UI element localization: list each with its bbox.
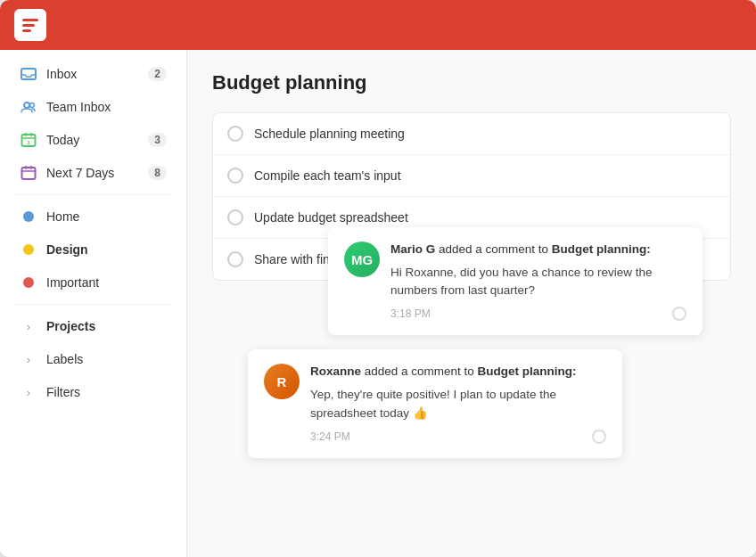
sidebar-item-filters[interactable]: › Filters (5, 376, 181, 408)
app-header (0, 0, 756, 50)
task-checkbox-1[interactable] (227, 126, 243, 142)
today-icon: 3 (20, 131, 37, 149)
notification-action-1: added a comment to (439, 242, 552, 256)
svg-rect-0 (21, 69, 36, 79)
task-checkbox-3[interactable] (227, 209, 243, 225)
notification-body-2: Yep, they're quite positive! I plan to u… (310, 386, 606, 422)
notification-content-1: Mario G added a comment to Budget planni… (390, 242, 686, 321)
svg-point-1 (24, 102, 29, 108)
notification-body-1: Hi Roxanne, did you have a chance to rev… (390, 264, 686, 300)
next7-label: Next 7 Days (46, 166, 139, 180)
important-dot-icon (20, 274, 37, 291)
notification-footer-2: 3:24 PM (310, 430, 606, 444)
team-inbox-label: Team Inbox (46, 100, 167, 114)
filters-chevron-icon: › (20, 383, 37, 401)
avatar-mario: MG (344, 242, 380, 277)
design-label: Design (46, 242, 167, 257)
notification-footer-1: 3:18 PM (390, 307, 686, 321)
design-dot-icon (20, 241, 37, 258)
next7-badge: 8 (148, 166, 167, 180)
task-checkbox-4[interactable] (227, 251, 243, 267)
sidebar-item-home[interactable]: Home (5, 201, 181, 233)
sidebar-item-inbox[interactable]: Inbox 2 (5, 58, 181, 90)
svg-point-2 (30, 103, 35, 108)
home-label: Home (46, 209, 167, 224)
sidebar-item-team-inbox[interactable]: Team Inbox (5, 91, 181, 123)
sidebar-item-projects[interactable]: › Projects (5, 310, 181, 342)
sidebar-item-important[interactable]: Important (5, 266, 181, 299)
inbox-icon (20, 65, 37, 83)
app-body: Inbox 2 Team Inbox (0, 50, 756, 557)
filters-label: Filters (46, 385, 167, 399)
notification-user-2: Roxanne (310, 365, 361, 378)
labels-label: Labels (46, 352, 167, 366)
inbox-label: Inbox (46, 67, 139, 81)
labels-chevron-icon: › (20, 350, 37, 368)
sidebar-item-today[interactable]: 3 Today 3 (5, 124, 181, 156)
notification-title-2: Roxanne added a comment to Budget planni… (310, 364, 606, 381)
today-label: Today (46, 133, 139, 147)
today-badge: 3 (148, 133, 167, 147)
team-inbox-icon (20, 98, 37, 116)
svg-rect-5 (22, 168, 36, 179)
notification-header-2: R Roxanne added a comment to Budget plan… (264, 364, 606, 443)
task-label-1: Schedule planning meeting (254, 127, 405, 141)
notification-time-1: 3:18 PM (390, 307, 431, 320)
sidebar-item-labels[interactable]: › Labels (5, 343, 181, 375)
notification-action-2: added a comment to (365, 365, 478, 378)
sidebar: Inbox 2 Team Inbox (0, 50, 187, 557)
home-dot-icon (20, 208, 37, 225)
sidebar-divider-1 (14, 194, 172, 195)
sidebar-item-design[interactable]: Design (5, 233, 181, 266)
task-label-2: Compile each team's input (254, 168, 401, 183)
notification-card-1: MG Mario G added a comment to Budget pla… (328, 227, 703, 335)
notification-target-1: Budget planning: (552, 242, 651, 256)
notification-circle-2[interactable] (592, 430, 606, 444)
projects-chevron-icon: › (20, 317, 37, 335)
notification-card-2: R Roxanne added a comment to Budget plan… (248, 349, 622, 457)
important-label: Important (46, 275, 167, 290)
task-checkbox-2[interactable] (227, 168, 243, 184)
task-label-3: Update budget spreadsheet (254, 210, 408, 225)
sidebar-item-next7days[interactable]: Next 7 Days 8 (5, 157, 181, 189)
svg-text:3: 3 (27, 140, 30, 145)
main-content: Budget planning Schedule planning meetin… (187, 50, 756, 557)
logo-icon (14, 9, 46, 41)
task-item: Compile each team's input (213, 155, 730, 197)
page-title: Budget planning (212, 71, 731, 94)
notification-title-1: Mario G added a comment to Budget planni… (390, 242, 686, 258)
sidebar-divider-2 (14, 304, 172, 305)
projects-label: Projects (46, 319, 167, 333)
notification-time-2: 3:24 PM (310, 430, 350, 443)
notification-circle-1[interactable] (672, 307, 686, 321)
task-item: Schedule planning meeting (213, 113, 730, 155)
app-window: Inbox 2 Team Inbox (0, 0, 756, 557)
notification-target-2: Budget planning: (478, 365, 577, 378)
notification-header-1: MG Mario G added a comment to Budget pla… (344, 242, 686, 321)
notification-content-2: Roxanne added a comment to Budget planni… (310, 364, 606, 443)
next7-icon (20, 164, 37, 182)
notification-user-1: Mario G (390, 242, 435, 256)
inbox-badge: 2 (148, 67, 167, 81)
avatar-roxanne: R (264, 364, 300, 399)
